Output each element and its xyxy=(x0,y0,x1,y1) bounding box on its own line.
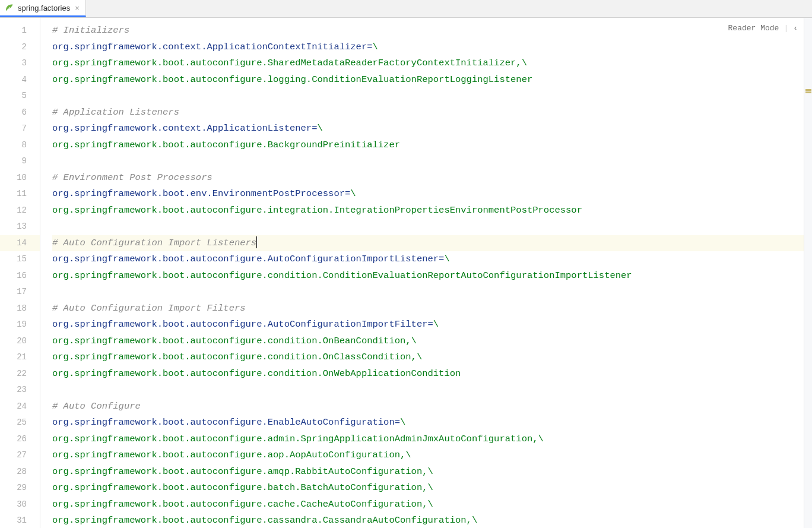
line-number[interactable]: 21 xyxy=(0,349,40,366)
line-number[interactable]: 2 xyxy=(0,39,40,56)
line-number[interactable]: 10 xyxy=(0,170,40,186)
line-number[interactable]: 23 xyxy=(0,382,40,399)
line-number[interactable]: 17 xyxy=(0,284,40,301)
code-line[interactable]: org.springframework.boot.autoconfigure.A… xyxy=(52,251,812,268)
line-number[interactable]: 4 xyxy=(0,72,40,88)
code-line[interactable]: org.springframework.boot.autoconfigure.c… xyxy=(52,268,812,284)
code-line[interactable]: org.springframework.boot.autoconfigure.l… xyxy=(52,72,812,88)
property-value: org.springframework.boot.autoconfigure.c… xyxy=(52,515,477,526)
line-number[interactable]: 15 xyxy=(0,251,40,268)
line-number[interactable]: 13 xyxy=(0,219,40,235)
code-editor-area[interactable]: Reader Mode | ‹ # Initializersorg.spring… xyxy=(40,18,812,528)
property-value: org.springframework.boot.autoconfigure.S… xyxy=(52,58,527,68)
code-line[interactable]: # Auto Configuration Import Listeners xyxy=(52,235,812,252)
code-line[interactable]: # Initializers xyxy=(52,23,812,39)
line-number[interactable]: 9 xyxy=(0,153,40,170)
close-tab-icon[interactable]: × xyxy=(74,4,81,12)
code-line[interactable] xyxy=(52,284,812,301)
property-separator: = xyxy=(428,319,433,330)
line-number[interactable]: 22 xyxy=(0,366,40,382)
chevron-left-icon[interactable]: ‹ xyxy=(793,24,798,33)
editor-container: 1234567891011121314151617181920212223242… xyxy=(0,18,812,528)
line-number[interactable]: 16 xyxy=(0,268,40,284)
line-number[interactable]: 26 xyxy=(0,431,40,448)
line-number[interactable]: 25 xyxy=(0,415,40,431)
line-number[interactable]: 6 xyxy=(0,105,40,121)
property-value: \ xyxy=(400,417,405,428)
divider: | xyxy=(784,24,788,33)
line-number[interactable]: 11 xyxy=(0,186,40,203)
code-line[interactable]: org.springframework.boot.autoconfigure.B… xyxy=(52,137,812,154)
property-value: org.springframework.boot.autoconfigure.a… xyxy=(52,450,411,460)
property-value: org.springframework.boot.autoconfigure.c… xyxy=(52,499,433,510)
property-value: org.springframework.boot.autoconfigure.c… xyxy=(52,270,632,281)
editor-scrollbar-track[interactable] xyxy=(804,18,812,528)
code-line[interactable] xyxy=(52,219,812,235)
code-comment: # Auto Configuration Import Listeners xyxy=(52,238,256,248)
editor-tab-bar: spring.factories × xyxy=(0,0,812,18)
line-number[interactable]: 29 xyxy=(0,480,40,497)
code-line[interactable]: org.springframework.boot.autoconfigure.c… xyxy=(52,513,812,528)
property-key: org.springframework.boot.autoconfigure.E… xyxy=(52,417,395,428)
line-number[interactable]: 14 xyxy=(0,235,40,252)
reader-mode-toggle[interactable]: Reader Mode | ‹ xyxy=(728,24,798,33)
code-line[interactable]: org.springframework.boot.autoconfigure.c… xyxy=(52,333,812,350)
line-number[interactable]: 3 xyxy=(0,55,40,72)
line-number[interactable]: 5 xyxy=(0,88,40,105)
code-line[interactable]: # Auto Configure xyxy=(52,399,812,415)
line-number[interactable]: 24 xyxy=(0,399,40,415)
code-line[interactable]: org.springframework.boot.autoconfigure.A… xyxy=(52,317,812,333)
code-line[interactable]: org.springframework.boot.autoconfigure.c… xyxy=(52,349,812,366)
property-value: \ xyxy=(444,254,449,264)
code-line[interactable]: # Application Listeners xyxy=(52,105,812,121)
property-value: \ xyxy=(373,42,378,52)
line-number[interactable]: 1 xyxy=(0,23,40,39)
code-line[interactable] xyxy=(52,153,812,170)
code-line[interactable]: org.springframework.context.ApplicationC… xyxy=(52,39,812,56)
line-number[interactable]: 19 xyxy=(0,317,40,333)
line-number[interactable]: 12 xyxy=(0,203,40,219)
code-line[interactable]: org.springframework.boot.autoconfigure.a… xyxy=(52,447,812,464)
code-comment: # Auto Configuration Import Filters xyxy=(52,303,246,314)
code-line[interactable]: org.springframework.boot.autoconfigure.b… xyxy=(52,480,812,497)
code-comment: # Application Listeners xyxy=(52,107,179,118)
code-comment: # Environment Post Processors xyxy=(52,172,212,183)
code-line[interactable]: org.springframework.boot.autoconfigure.i… xyxy=(52,203,812,219)
code-line[interactable]: # Auto Configuration Import Filters xyxy=(52,301,812,317)
line-number[interactable]: 27 xyxy=(0,447,40,464)
property-value: org.springframework.boot.autoconfigure.l… xyxy=(52,74,532,85)
line-number[interactable]: 20 xyxy=(0,333,40,350)
code-line[interactable]: org.springframework.boot.autoconfigure.a… xyxy=(52,431,812,448)
code-line[interactable] xyxy=(52,88,812,105)
property-separator: = xyxy=(395,417,400,428)
line-number-gutter[interactable]: 1234567891011121314151617181920212223242… xyxy=(0,18,40,528)
line-number[interactable]: 7 xyxy=(0,121,40,137)
property-value: \ xyxy=(317,123,322,134)
code-comment: # Auto Configure xyxy=(52,401,141,412)
property-key: org.springframework.context.ApplicationC… xyxy=(52,42,367,52)
property-value: \ xyxy=(433,319,439,330)
code-line[interactable]: org.springframework.boot.env.Environment… xyxy=(52,186,812,203)
code-line[interactable]: org.springframework.boot.autoconfigure.E… xyxy=(52,415,812,431)
line-number[interactable]: 31 xyxy=(0,513,40,528)
code-line[interactable]: org.springframework.boot.autoconfigure.c… xyxy=(52,366,812,382)
property-key: org.springframework.context.ApplicationL… xyxy=(52,123,312,134)
code-line[interactable]: # Environment Post Processors xyxy=(52,170,812,186)
editor-tab-spring-factories[interactable]: spring.factories × xyxy=(0,0,86,17)
code-comment: # Initializers xyxy=(52,25,129,36)
property-key: org.springframework.boot.env.Environment… xyxy=(52,188,345,199)
line-number[interactable]: 28 xyxy=(0,464,40,480)
property-separator: = xyxy=(367,42,372,52)
line-number[interactable]: 30 xyxy=(0,497,40,513)
tab-filename: spring.factories xyxy=(18,4,70,12)
line-number[interactable]: 8 xyxy=(0,137,40,154)
property-value: org.springframework.boot.autoconfigure.b… xyxy=(52,482,433,493)
code-line[interactable]: org.springframework.boot.autoconfigure.a… xyxy=(52,464,812,480)
line-number[interactable]: 18 xyxy=(0,301,40,317)
scroll-marker xyxy=(805,89,811,91)
code-line[interactable]: org.springframework.boot.autoconfigure.S… xyxy=(52,55,812,72)
property-value: org.springframework.boot.autoconfigure.c… xyxy=(52,352,422,362)
code-line[interactable]: org.springframework.boot.autoconfigure.c… xyxy=(52,497,812,513)
code-line[interactable]: org.springframework.context.ApplicationL… xyxy=(52,121,812,137)
code-line[interactable] xyxy=(52,382,812,399)
